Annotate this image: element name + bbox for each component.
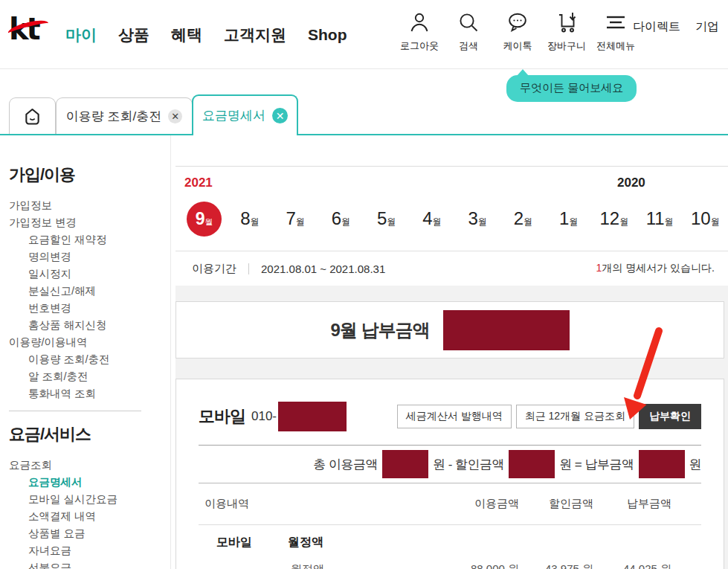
month-number: 2 (514, 208, 524, 229)
ktalk-chat-icon (506, 10, 529, 37)
total-usage-label: 총 이용금액 (313, 456, 378, 473)
sidebar-section-divider (9, 411, 141, 411)
logout-button-label: 로그아웃 (400, 39, 439, 53)
sidebar: 가입/이용가입정보가입정보 변경요금할인 재약정명의변경일시정지분실신고/해제번… (0, 135, 170, 569)
month-suffix: 월 (387, 216, 396, 228)
month-5[interactable]: 5월 (364, 199, 409, 238)
bill-table-group-row: 모바일 월정액 (199, 525, 701, 550)
main-navigation: 마이상품혜택고객지원Shop (65, 0, 347, 69)
nav-my[interactable]: 마이 (65, 25, 97, 45)
sidebar-item[interactable]: 가입정보 (9, 197, 170, 214)
sidebar-item[interactable]: 가입정보 변경 (9, 214, 170, 231)
month-number: 5 (377, 208, 387, 229)
ktalk-button-label: 케이톡 (503, 39, 532, 53)
month-8[interactable]: 8월 (227, 199, 272, 238)
sidebar-item[interactable]: 알 조회/충전 (9, 368, 170, 385)
cart-icon (555, 10, 579, 37)
month-suffix: 월 (524, 216, 532, 228)
month-suffix: 월 (665, 216, 674, 228)
period-value: 2021.08.01 ~ 2021.08.31 (261, 263, 385, 275)
month-6[interactable]: 6월 (318, 199, 364, 238)
sidebar-item[interactable]: 요금할인 재약정 (9, 231, 170, 248)
month-number: 3 (468, 208, 477, 229)
row-name: 월정액 (199, 562, 445, 569)
payment-label: 원 = 납부금액 (559, 456, 634, 473)
bill-detail-card: 모바일 010- 세금계산서 발행내역최근 12개월 요금조회납부확인 총 이용… (175, 379, 724, 569)
nav-benefits[interactable]: 혜택 (171, 25, 202, 45)
tab-home[interactable] (9, 97, 56, 134)
month-2[interactable]: 2월 (500, 199, 546, 238)
tab-bill[interactable]: 요금명세서✕ (192, 94, 298, 135)
table-row: 월정액88,000 원43,975 원44,025 원 (199, 562, 701, 569)
search-icon (457, 10, 480, 37)
tab-usage-label: 이용량 조회/충전 (66, 108, 161, 125)
sidebar-item[interactable]: 번호변경 (9, 300, 170, 317)
month-selector-panel: 2021 2020 9월8월7월6월5월4월3월2월1월12월11월10월 (175, 166, 728, 238)
month-number: 7 (286, 208, 295, 229)
year-labels: 2021 2020 (175, 176, 728, 193)
nav-support[interactable]: 고객지원 (224, 25, 286, 45)
payment-confirm-button[interactable]: 납부확인 (639, 404, 701, 429)
tax-invoice-button[interactable]: 세금계산서 발행내역 (397, 405, 512, 428)
month-3[interactable]: 3월 (455, 199, 500, 238)
recent-12months-button[interactable]: 최근 12개월 요금조회 (516, 405, 634, 428)
direct-link[interactable]: 다이렉트 (633, 19, 680, 35)
all-menu-button[interactable]: 전체메뉴 (596, 10, 635, 53)
month-4[interactable]: 4월 (409, 199, 454, 238)
month-suffix: 월 (205, 216, 213, 228)
sidebar-item[interactable]: 자녀요금 (9, 542, 170, 559)
sidebar-item[interactable]: 홈상품 해지신청 (9, 317, 170, 334)
search-button-label: 검색 (459, 39, 478, 53)
sidebar-item[interactable]: 일시정지 (9, 266, 170, 283)
redacted-phone-number (278, 402, 347, 431)
tab-usage[interactable]: 이용량 조회/충전✕ (56, 97, 193, 134)
cart-button[interactable]: 장바구니 (547, 10, 586, 53)
redacted-discount-amount (509, 450, 555, 478)
month-selector: 9월8월7월6월5월4월3월2월1월12월11월10월 (175, 199, 728, 238)
sidebar-item[interactable]: 요금명세서 (9, 474, 170, 491)
group-name: 월정액 (288, 535, 323, 550)
row-payment-amount: 44,025 원 (593, 562, 671, 569)
year-2021-label: 2021 (184, 176, 213, 190)
sidebar-item[interactable]: 명의변경 (9, 248, 170, 266)
sidebar-item[interactable]: 상품별 요금 (9, 525, 170, 542)
year-2020-label: 2020 (617, 176, 645, 190)
row-discount-amount: 43,975 원 (519, 562, 593, 569)
column-header: 이용내역 (199, 497, 445, 511)
statement-count-notice: 1개의 명세서가 있습니다. (596, 262, 715, 275)
sidebar-item[interactable]: 선불요금 (9, 559, 170, 569)
header-links: 다이렉트기업 (633, 19, 719, 35)
redacted-total-payment (639, 450, 685, 478)
sidebar-item[interactable]: 통화내역 조회 (9, 385, 170, 402)
month-11[interactable]: 11월 (637, 199, 683, 238)
month-number: 1 (559, 208, 569, 229)
period-label: 이용기간 (192, 262, 236, 276)
search-button[interactable]: 검색 (449, 10, 488, 53)
month-7[interactable]: 7월 (273, 199, 318, 238)
sidebar-item[interactable]: 이용량 조회/충전 (9, 351, 170, 368)
sidebar-item[interactable]: 분실신고/해제 (9, 283, 170, 300)
sidebar-item[interactable]: 모바일 실시간요금 (9, 491, 170, 508)
tooltip-text: 무엇이든 물어보세요 (520, 81, 623, 94)
kt-logo[interactable]: kt (9, 12, 48, 46)
close-icon[interactable]: ✕ (272, 108, 288, 123)
month-suffix: 월 (341, 216, 350, 228)
month-9[interactable]: 9월 (181, 199, 227, 238)
close-icon[interactable]: ✕ (168, 109, 182, 123)
ktalk-button[interactable]: 케이톡 (498, 10, 537, 53)
nav-products[interactable]: 상품 (118, 25, 149, 45)
bill-totals-row: 총 이용금액 원 - 할인금액 원 = 납부금액 원 (199, 445, 701, 483)
sidebar-section-title: 가입/이용 (9, 164, 170, 186)
sidebar-item[interactable]: 요금조회 (9, 457, 170, 474)
logout-button[interactable]: 로그아웃 (400, 10, 439, 53)
sidebar-item[interactable]: 소액결제 내역 (9, 508, 170, 525)
tab-bill-label: 요금명세서 (202, 107, 265, 124)
month-12[interactable]: 12월 (591, 199, 637, 238)
sidebar-item[interactable]: 이용량/이용내역 (9, 334, 170, 351)
business-link[interactable]: 기업 (695, 19, 719, 35)
nav-shop[interactable]: Shop (308, 26, 347, 44)
month-1[interactable]: 1월 (546, 199, 591, 238)
month-10[interactable]: 10월 (683, 199, 728, 238)
column-header: 이용금액 (445, 497, 519, 511)
header-icon-menu: 로그아웃검색케이톡장바구니전체메뉴 (400, 10, 635, 53)
